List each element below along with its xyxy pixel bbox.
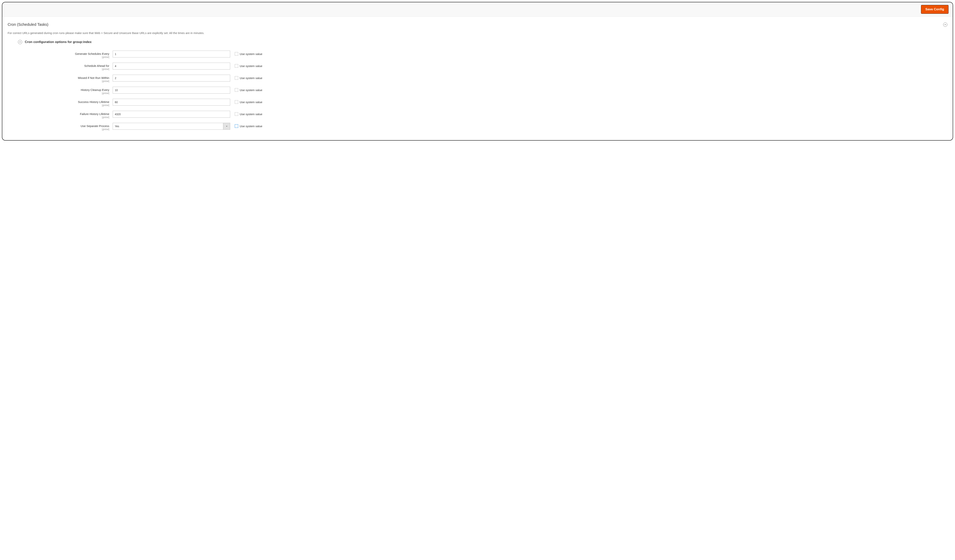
label-generate-schedules: Generate Schedules Every bbox=[8, 52, 109, 56]
checkbox-use-system-generate-schedules[interactable] bbox=[235, 52, 238, 56]
label-missed-if: Missed if Not Run Within bbox=[8, 76, 109, 80]
content-area: Cron (Scheduled Tasks) For correct URLs … bbox=[2, 17, 953, 140]
label-failure-lifetime: Failure History Lifetime bbox=[8, 112, 109, 116]
row-missed-if: Missed if Not Run Within [global] Use sy… bbox=[8, 75, 947, 83]
checkbox-label[interactable]: Use system value bbox=[240, 125, 262, 128]
chevron-up-icon bbox=[944, 24, 946, 26]
input-generate-schedules[interactable] bbox=[113, 51, 230, 58]
checkbox-use-system-success-lifetime[interactable] bbox=[235, 100, 238, 104]
top-actions-bar: Save Config bbox=[2, 2, 953, 17]
label-separate-process: Use Separate Process bbox=[8, 124, 109, 128]
subsection-header[interactable]: Cron configuration options for group:ind… bbox=[18, 40, 947, 44]
scope-label: [global] bbox=[8, 68, 109, 70]
config-panel: Save Config Cron (Scheduled Tasks) For c… bbox=[2, 2, 953, 141]
row-failure-lifetime: Failure History Lifetime [global] Use sy… bbox=[8, 111, 947, 119]
scope-label: [global] bbox=[8, 116, 109, 119]
chevron-up-icon bbox=[19, 41, 21, 43]
row-success-lifetime: Success History Lifetime [global] Use sy… bbox=[8, 99, 947, 106]
checkbox-label[interactable]: Use system value bbox=[240, 113, 262, 116]
label-success-lifetime: Success History Lifetime bbox=[8, 100, 109, 104]
row-generate-schedules: Generate Schedules Every [global] Use sy… bbox=[8, 51, 947, 58]
dropdown-arrow bbox=[223, 123, 230, 130]
input-missed-if[interactable] bbox=[113, 75, 230, 81]
checkbox-label[interactable]: Use system value bbox=[240, 52, 262, 56]
label-schedule-ahead: Schedule Ahead for bbox=[8, 64, 109, 67]
select-separate-process[interactable]: Yes bbox=[113, 123, 230, 130]
checkbox-use-system-separate-process[interactable] bbox=[235, 124, 238, 128]
subsection-title: Cron configuration options for group:ind… bbox=[25, 40, 91, 44]
scope-label: [global] bbox=[8, 92, 109, 95]
checkbox-label[interactable]: Use system value bbox=[240, 64, 262, 67]
row-schedule-ahead: Schedule Ahead for [global] Use system v… bbox=[8, 63, 947, 70]
checkbox-use-system-history-cleanup[interactable] bbox=[235, 88, 238, 92]
select-value: Yes bbox=[113, 123, 223, 130]
save-config-button[interactable]: Save Config bbox=[921, 5, 949, 14]
section-collapse-toggle[interactable] bbox=[943, 22, 947, 27]
subsection-collapse-toggle[interactable] bbox=[18, 40, 22, 44]
checkbox-use-system-missed-if[interactable] bbox=[235, 76, 238, 80]
input-failure-lifetime[interactable] bbox=[113, 111, 230, 118]
input-schedule-ahead[interactable] bbox=[113, 63, 230, 69]
scope-label: [global] bbox=[8, 128, 109, 131]
checkbox-use-system-failure-lifetime[interactable] bbox=[235, 112, 238, 116]
row-history-cleanup: History Cleanup Every [global] Use syste… bbox=[8, 87, 947, 95]
checkbox-label[interactable]: Use system value bbox=[240, 100, 262, 104]
section-header: Cron (Scheduled Tasks) bbox=[8, 22, 947, 27]
checkbox-use-system-schedule-ahead[interactable] bbox=[235, 64, 238, 67]
scope-label: [global] bbox=[8, 104, 109, 106]
checkbox-label[interactable]: Use system value bbox=[240, 77, 262, 80]
label-history-cleanup: History Cleanup Every bbox=[8, 88, 109, 92]
scope-label: [global] bbox=[8, 80, 109, 83]
input-history-cleanup[interactable] bbox=[113, 87, 230, 94]
form-rows: Generate Schedules Every [global] Use sy… bbox=[8, 51, 947, 131]
section-note: For correct URLs generated during cron r… bbox=[8, 31, 947, 34]
triangle-down-icon bbox=[226, 125, 227, 127]
scope-label: [global] bbox=[8, 56, 109, 58]
section-title: Cron (Scheduled Tasks) bbox=[8, 22, 49, 27]
checkbox-label[interactable]: Use system value bbox=[240, 88, 262, 92]
row-separate-process: Use Separate Process [global] Yes Use sy… bbox=[8, 123, 947, 131]
input-success-lifetime[interactable] bbox=[113, 99, 230, 106]
